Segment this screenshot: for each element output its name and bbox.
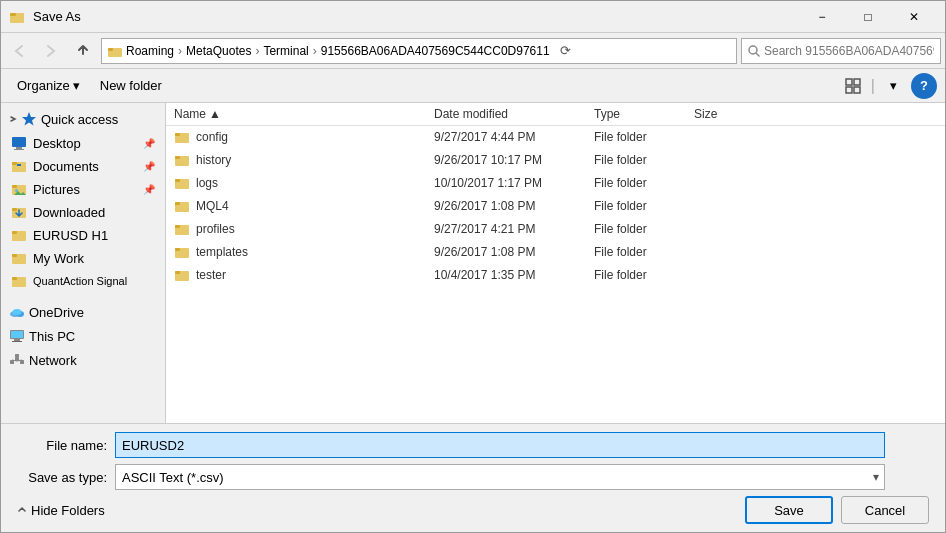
help-button[interactable]: ? <box>911 73 937 99</box>
dialog-buttons: Save Cancel <box>745 496 929 524</box>
address-toolbar: Roaming › MetaQuotes › Terminal › 915566… <box>1 33 945 69</box>
svg-rect-13 <box>14 149 24 150</box>
table-row[interactable]: config 9/27/2017 4:44 PM File folder <box>166 126 945 149</box>
file-name-cell: MQL4 <box>174 198 434 214</box>
search-box[interactable] <box>741 38 941 64</box>
filetype-select-wrapper[interactable]: ASCII Text (*.csv) <box>115 464 885 490</box>
refresh-button[interactable]: ⟳ <box>554 39 578 63</box>
window-title: Save As <box>33 9 81 24</box>
svg-rect-48 <box>175 179 180 182</box>
pictures-folder-icon <box>11 181 27 197</box>
svg-rect-1 <box>10 13 16 16</box>
sidebar-item-eurusd[interactable]: EURUSD H1 <box>3 224 163 246</box>
sidebar-item-downloaded[interactable]: Downloaded <box>3 201 163 223</box>
folder-icon <box>174 198 190 214</box>
view-button[interactable] <box>839 72 867 100</box>
folder-icon <box>174 152 190 168</box>
table-row[interactable]: MQL4 9/26/2017 1:08 PM File folder <box>166 195 945 218</box>
file-rows-container: config 9/27/2017 4:44 PM File folder his… <box>166 126 945 287</box>
svg-point-4 <box>749 46 757 54</box>
maximize-button[interactable]: □ <box>845 1 891 33</box>
svg-rect-44 <box>175 133 180 136</box>
onedrive-header[interactable]: OneDrive <box>1 300 165 324</box>
table-row[interactable]: logs 10/10/2017 1:17 PM File folder <box>166 172 945 195</box>
quantaction-folder-icon <box>11 273 27 289</box>
file-type-cell: File folder <box>594 245 694 259</box>
file-date-cell: 9/26/2017 1:08 PM <box>434 245 594 259</box>
svg-rect-28 <box>12 277 17 280</box>
cancel-button[interactable]: Cancel <box>841 496 929 524</box>
file-name-cell: profiles <box>174 221 434 237</box>
forward-button[interactable] <box>37 37 65 65</box>
desktop-icon <box>11 135 27 151</box>
file-name-cell: history <box>174 152 434 168</box>
bc-roaming[interactable]: Roaming <box>126 44 174 58</box>
table-row[interactable]: templates 9/26/2017 1:08 PM File folder <box>166 241 945 264</box>
filetype-select[interactable]: ASCII Text (*.csv) <box>115 464 885 490</box>
hide-folders-chevron-icon <box>17 505 27 515</box>
svg-rect-35 <box>12 341 22 342</box>
file-date-cell: 9/27/2017 4:44 PM <box>434 130 594 144</box>
search-input[interactable] <box>764 44 934 58</box>
svg-marker-10 <box>22 112 36 126</box>
back-button[interactable] <box>5 37 33 65</box>
sidebar-item-quantaction[interactable]: QuantAction Signal <box>3 270 163 292</box>
sidebar-item-mywork[interactable]: My Work <box>3 247 163 269</box>
bc-hash[interactable]: 915566BA06ADA407569C544CC0D97611 <box>321 44 550 58</box>
filename-input[interactable] <box>115 432 885 458</box>
bc-metaquotes[interactable]: MetaQuotes <box>186 44 251 58</box>
eurusd-folder-icon <box>11 227 27 243</box>
thispc-header[interactable]: This PC <box>1 324 165 348</box>
save-button[interactable]: Save <box>745 496 833 524</box>
file-list: Name ▲ Date modified Type Size config 9/… <box>166 103 945 423</box>
network-icon <box>9 352 25 368</box>
sidebar-item-pictures[interactable]: Pictures 📌 <box>3 178 163 200</box>
view-options-button[interactable]: ▾ <box>879 72 907 100</box>
sidebar: Quick access Desktop 📌 <box>1 103 166 423</box>
network-header[interactable]: Network <box>1 348 165 372</box>
quick-access-star-icon <box>21 111 37 127</box>
table-row[interactable]: profiles 9/27/2017 4:21 PM File folder <box>166 218 945 241</box>
sidebar-item-documents[interactable]: Documents 📌 <box>3 155 163 177</box>
svg-rect-52 <box>175 225 180 228</box>
main-content: Quick access Desktop 📌 <box>1 103 945 423</box>
close-button[interactable]: ✕ <box>891 1 937 33</box>
address-folder-icon <box>108 45 122 57</box>
view-icon <box>845 78 861 94</box>
file-list-header: Name ▲ Date modified Type Size <box>166 103 945 126</box>
downloaded-folder-icon <box>11 204 27 220</box>
file-type-cell: File folder <box>594 176 694 190</box>
bottom-section: File name: Save as type: ASCII Text (*.c… <box>1 423 945 532</box>
file-name-cell: templates <box>174 244 434 260</box>
svg-rect-9 <box>854 87 860 93</box>
svg-rect-18 <box>12 185 17 188</box>
svg-rect-7 <box>854 79 860 85</box>
column-date-header: Date modified <box>434 107 594 121</box>
sidebar-item-desktop[interactable]: Desktop 📌 <box>3 132 163 154</box>
file-type-cell: File folder <box>594 130 694 144</box>
quick-access-header[interactable]: Quick access <box>1 107 165 131</box>
address-bar[interactable]: Roaming › MetaQuotes › Terminal › 915566… <box>101 38 737 64</box>
file-name-cell: logs <box>174 175 434 191</box>
folder-icon <box>174 244 190 260</box>
up-button[interactable] <box>69 37 97 65</box>
svg-rect-54 <box>175 248 180 251</box>
svg-rect-34 <box>14 339 20 341</box>
organize-button[interactable]: Organize ▾ <box>9 75 88 96</box>
column-name-header[interactable]: Name ▲ <box>174 107 434 121</box>
column-size-header: Size <box>694 107 774 121</box>
svg-rect-41 <box>15 354 19 357</box>
folder-icon <box>174 129 190 145</box>
bc-terminal[interactable]: Terminal <box>263 44 308 58</box>
breadcrumb: Roaming › MetaQuotes › Terminal › 915566… <box>126 44 550 58</box>
title-bar: Save As − □ ✕ <box>1 1 945 33</box>
file-date-cell: 9/27/2017 4:21 PM <box>434 222 594 236</box>
table-row[interactable]: tester 10/4/2017 1:35 PM File folder <box>166 264 945 287</box>
minimize-button[interactable]: − <box>799 1 845 33</box>
new-folder-button[interactable]: New folder <box>92 75 170 96</box>
svg-rect-33 <box>11 331 23 338</box>
table-row[interactable]: history 9/26/2017 10:17 PM File folder <box>166 149 945 172</box>
file-date-cell: 10/4/2017 1:35 PM <box>434 268 594 282</box>
hide-folders-button[interactable]: Hide Folders <box>17 503 105 518</box>
svg-rect-12 <box>16 147 22 149</box>
